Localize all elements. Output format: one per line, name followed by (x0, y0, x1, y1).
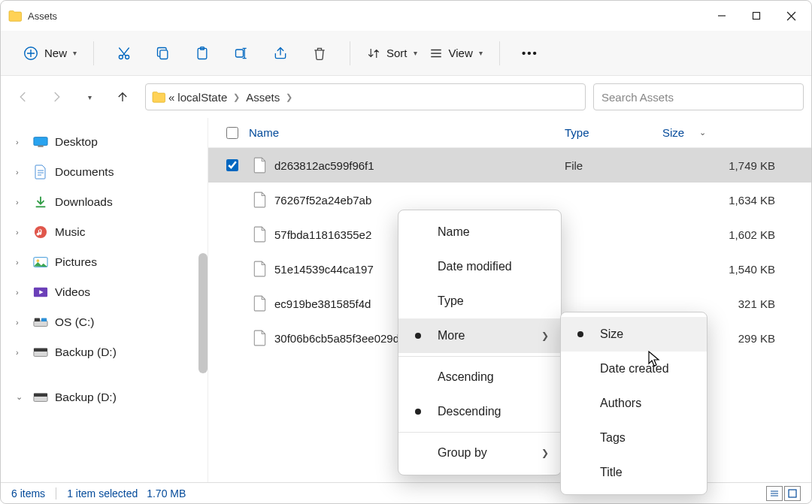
sidebar-group-backup[interactable]: ⌄ Backup (D:) (1, 382, 208, 412)
sort-menu-name[interactable]: Name (398, 215, 561, 249)
select-all-checkbox[interactable] (226, 127, 238, 139)
file-size: 1,602 KB (662, 228, 811, 241)
sidebar-item[interactable]: ›Documents (1, 157, 208, 187)
forward-button[interactable] (41, 82, 71, 112)
view-thumbnails-button[interactable] (784, 486, 801, 501)
view-label: View (449, 47, 473, 59)
nav-row: ▾ « localState ❯ Assets ❯ Search Assets (1, 76, 811, 118)
delete-button[interactable] (300, 38, 339, 68)
up-button[interactable] (108, 82, 138, 112)
sidebar-item-label: Downloads (55, 195, 113, 209)
sidebar-item[interactable]: ›Videos (1, 277, 208, 307)
svg-rect-16 (35, 318, 40, 322)
column-headers: Name Type Size ⌄ (208, 118, 811, 148)
chevron-right-icon: › (16, 348, 26, 357)
sidebar-icon (32, 284, 49, 300)
status-selected: 1 item selected (67, 487, 138, 499)
sort-menu-type[interactable]: Type (398, 284, 561, 318)
col-size[interactable]: Size ⌄ (662, 126, 811, 139)
view-button[interactable]: View ▾ (423, 38, 489, 68)
col-type[interactable]: Type (565, 126, 662, 139)
sort-more-submenu: Size Date created Authors Tags Title (560, 312, 707, 495)
sidebar-item-label: Backup (D:) (55, 346, 117, 359)
breadcrumb-seg[interactable]: localState (177, 91, 227, 104)
minimize-button[interactable] (704, 1, 739, 31)
breadcrumb-seg[interactable]: Assets (246, 91, 280, 104)
svg-rect-14 (34, 321, 47, 326)
sidebar-icon (32, 194, 49, 210)
new-button[interactable]: New ▾ (17, 38, 83, 68)
copy-button[interactable] (144, 38, 183, 68)
file-type: File (565, 159, 662, 172)
drive-icon (32, 389, 49, 406)
svg-rect-9 (38, 146, 43, 147)
svg-point-2 (119, 55, 123, 59)
more-menu-tags[interactable]: Tags (561, 421, 707, 455)
more-menu-title[interactable]: Title (561, 455, 707, 490)
file-icon (253, 192, 267, 208)
sidebar-item[interactable]: ›Backup (D:) (1, 337, 208, 367)
maximize-button[interactable] (739, 1, 774, 31)
sidebar-item-label: Backup (D:) (55, 391, 117, 404)
scrollbar-thumb[interactable] (198, 253, 208, 373)
sidebar-item-label: Desktop (55, 135, 98, 149)
more-button[interactable]: ••• (511, 38, 550, 68)
chevron-down-icon: ▾ (479, 49, 483, 57)
row-checkbox[interactable] (226, 159, 238, 171)
chevron-right-icon: › (16, 258, 26, 267)
folder-icon (8, 10, 22, 22)
file-icon (253, 226, 267, 243)
sidebar-item[interactable]: ›Desktop (1, 127, 208, 157)
titlebar: Assets (1, 1, 811, 31)
chevron-right-icon: › (16, 288, 26, 297)
sort-menu-ascending[interactable]: Ascending (398, 360, 561, 394)
paste-button[interactable] (183, 38, 222, 68)
back-button[interactable] (8, 82, 38, 112)
sidebar-icon (32, 164, 49, 180)
file-size: 1,634 KB (662, 194, 811, 207)
more-menu-size[interactable]: Size (561, 317, 707, 352)
svg-point-12 (37, 259, 40, 262)
sort-menu-descending[interactable]: Descending (398, 394, 561, 429)
breadcrumb-ellipsis[interactable]: « (168, 91, 174, 104)
file-name: ec919be381585f4d (274, 297, 371, 310)
file-size: 1,749 KB (662, 159, 811, 172)
more-menu-date-created[interactable]: Date created (561, 352, 707, 386)
chevron-right-icon: ❯ (230, 92, 243, 102)
chevron-right-icon: ❯ (283, 92, 295, 102)
sidebar-item-label: Pictures (55, 255, 97, 269)
chevron-down-icon: ▾ (414, 49, 417, 57)
view-details-button[interactable] (766, 486, 783, 501)
sidebar-icon (32, 314, 49, 330)
sidebar-item-label: Music (55, 225, 85, 239)
sidebar-item[interactable]: ›Music (1, 217, 208, 247)
sidebar-item-label: OS (C:) (55, 315, 95, 329)
sidebar-item[interactable]: ›Pictures (1, 247, 208, 277)
table-row[interactable]: d263812ac599f96f1File1,749 KB (208, 148, 811, 183)
svg-rect-18 (34, 349, 47, 352)
address-bar[interactable]: « localState ❯ Assets ❯ (145, 83, 586, 110)
sidebar: ›Desktop›Documents›Downloads›Music›Pictu… (1, 118, 208, 482)
new-label: New (44, 47, 67, 59)
window-title: Assets (28, 11, 57, 22)
sidebar-item[interactable]: ›Downloads (1, 187, 208, 217)
col-name[interactable]: Name (249, 126, 279, 139)
sort-menu-group-by[interactable]: Group by❯ (398, 436, 561, 470)
file-name: 57fbda11816355e2 (274, 228, 371, 241)
more-menu-authors[interactable]: Authors (561, 386, 707, 421)
recent-button[interactable]: ▾ (74, 82, 105, 112)
search-input[interactable]: Search Assets (593, 83, 804, 110)
status-size: 1.70 MB (147, 487, 186, 499)
sidebar-icon (32, 254, 49, 270)
share-button[interactable] (261, 38, 300, 68)
file-icon (253, 261, 267, 277)
rename-button[interactable] (222, 38, 261, 68)
close-button[interactable] (774, 1, 808, 31)
sort-menu-more[interactable]: More❯ (398, 318, 561, 353)
cut-button[interactable] (105, 38, 144, 68)
sidebar-item[interactable]: ›OS (C:) (1, 307, 208, 337)
sort-context-menu: Name Date modified Type More❯ Ascending … (398, 210, 562, 475)
sort-menu-date-modified[interactable]: Date modified (398, 249, 561, 284)
search-placeholder: Search Assets (601, 91, 674, 104)
sort-button[interactable]: Sort ▾ (361, 38, 423, 68)
